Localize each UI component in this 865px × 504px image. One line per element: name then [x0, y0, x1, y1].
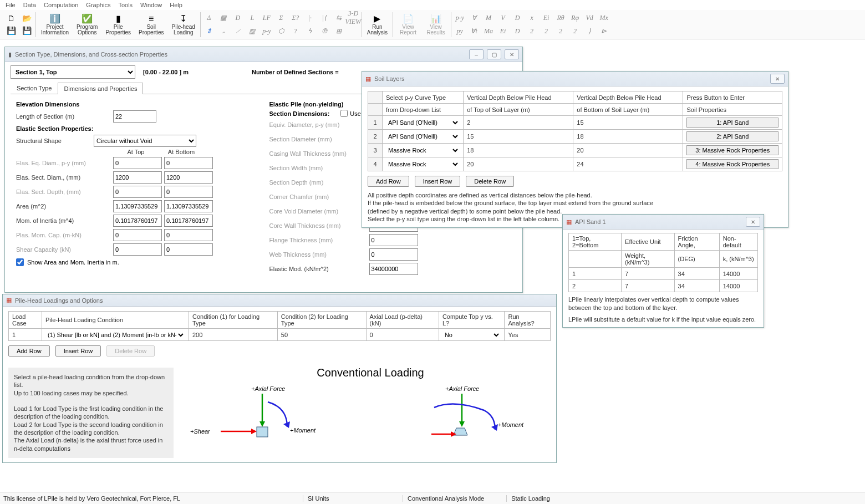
- phl-condition-select[interactable]: (1) Shear [lb or kN] and (2) Moment [in-…: [45, 331, 185, 339]
- view-results-button[interactable]: 📊 View Results: [422, 11, 450, 38]
- tb-r1-9[interactable]: Vd: [582, 11, 597, 24]
- soil-top-1[interactable]: 15: [464, 130, 573, 144]
- api-row-0[interactable]: 17 3414000: [569, 268, 758, 280]
- toolbar-big-1[interactable]: ✅ ProgramOptions: [73, 11, 101, 38]
- soil-insert-row-button[interactable]: Insert Row: [415, 176, 461, 187]
- soil-row-1[interactable]: 2 API Sand (O'Neill) 15 18 2: API Sand: [368, 130, 782, 144]
- tb-r1-6[interactable]: Ei: [539, 11, 553, 24]
- maximize-button[interactable]: ▢: [487, 49, 501, 59]
- phl-insert-row-button[interactable]: Insert Row: [55, 345, 101, 357]
- left-row-4-bot[interactable]: [164, 215, 213, 227]
- tab-section-type[interactable]: Section Type: [11, 82, 58, 94]
- right-row-9-value[interactable]: [369, 248, 418, 261]
- close-button[interactable]: ✕: [746, 217, 760, 227]
- phl-cell-run[interactable]: Yes: [505, 329, 551, 341]
- tb-r2-6[interactable]: 2: [539, 24, 553, 38]
- graph-icon-5[interactable]: ⬡: [274, 24, 288, 38]
- tb-r2-5[interactable]: 2: [525, 24, 539, 38]
- graph-icon-8[interactable]: ℗: [317, 24, 332, 38]
- soil-props-btn-2[interactable]: 3: Massive Rock Properties: [686, 145, 778, 155]
- graph-icon-7[interactable]: ϟ: [303, 24, 317, 38]
- tb-mid-8[interactable]: |⟨: [317, 11, 332, 24]
- left-row-0-top[interactable]: [113, 157, 162, 169]
- tb-mid-1[interactable]: ▦: [216, 11, 231, 24]
- phl-add-row-button[interactable]: Add Row: [8, 345, 50, 357]
- soil-props-btn-0[interactable]: 1: API Sand: [686, 118, 778, 128]
- left-row-2-top[interactable]: [113, 186, 162, 198]
- tb-r2-3[interactable]: Ei: [496, 24, 510, 38]
- tb-r1-8[interactable]: Rφ: [568, 11, 582, 24]
- tb-mid-9[interactable]: ⇆: [332, 11, 346, 24]
- soil-bot-1[interactable]: 18: [573, 130, 683, 144]
- graph-icon-4[interactable]: p-y: [260, 24, 274, 38]
- new-file-icon[interactable]: 🗋: [6, 13, 17, 24]
- phl-cell-n[interactable]: 1: [9, 329, 42, 341]
- menu-file[interactable]: File: [6, 2, 16, 8]
- minimize-button[interactable]: –: [469, 49, 484, 59]
- soil-type-select-3[interactable]: Massive Rock: [386, 160, 460, 168]
- tb-r2-4[interactable]: D: [510, 24, 525, 38]
- menu-graphics[interactable]: Graphics: [86, 2, 110, 8]
- tb-mid-0[interactable]: Δ: [202, 11, 216, 24]
- tb-r1-4[interactable]: D: [510, 11, 525, 24]
- tb-r2-1[interactable]: ∀t: [467, 24, 481, 38]
- graph-icon-3[interactable]: ▥: [245, 24, 260, 38]
- soil-add-row-button[interactable]: Add Row: [368, 176, 409, 187]
- phl-cell-c2[interactable]: 50: [277, 329, 366, 341]
- right-row-10-value[interactable]: [369, 263, 418, 275]
- left-row-4-top[interactable]: [113, 215, 162, 227]
- tb-r2-7[interactable]: 2: [553, 24, 568, 38]
- menu-data[interactable]: Data: [23, 2, 36, 8]
- left-row-5-bot[interactable]: [164, 229, 213, 241]
- graph-icon-6[interactable]: ?: [288, 24, 303, 38]
- phl-topy-select[interactable]: No: [442, 331, 501, 339]
- menu-window[interactable]: Window: [140, 2, 162, 8]
- view-report-button[interactable]: 📄 View Report: [394, 11, 422, 38]
- left-row-1-bot[interactable]: [164, 171, 213, 184]
- soil-type-select-2[interactable]: Massive Rock: [386, 146, 460, 154]
- graph-icon-1[interactable]: ⦧: [216, 24, 231, 38]
- left-row-2-bot[interactable]: [164, 186, 213, 198]
- phl-cell-axial[interactable]: 0: [366, 329, 439, 341]
- soil-row-2[interactable]: 3 Massive Rock 18 20 3: Massive Rock Pro…: [368, 144, 782, 157]
- structural-shape-select[interactable]: Circular without Void: [94, 135, 196, 147]
- left-row-3-bot[interactable]: [164, 200, 213, 212]
- tb-mid-7[interactable]: |·: [303, 11, 317, 24]
- tb-mid-2[interactable]: D: [231, 11, 245, 24]
- toolbar-big-0[interactable]: ℹ️ ProjectInformation: [37, 11, 73, 38]
- phl-delete-row-button[interactable]: Delete Row: [106, 345, 155, 357]
- graph-icon-9[interactable]: ⊞: [332, 24, 346, 38]
- soil-row-3[interactable]: 4 Massive Rock 20 24 4: Massive Rock Pro…: [368, 157, 782, 171]
- open-file-icon[interactable]: 📂: [21, 13, 32, 24]
- soil-type-select-0[interactable]: API Sand (O'Neill): [386, 119, 460, 126]
- soil-top-3[interactable]: 20: [464, 157, 573, 171]
- graph-icon-2[interactable]: ⟋: [231, 24, 245, 38]
- phl-row[interactable]: 1 (1) Shear [lb or kN] and (2) Moment [i…: [9, 329, 551, 341]
- right-row-8-value[interactable]: [369, 234, 418, 246]
- soil-type-select-1[interactable]: API Sand (O'Neill): [386, 133, 460, 140]
- menu-tools[interactable]: Tools: [118, 2, 133, 8]
- save-as-icon[interactable]: 💾: [21, 25, 32, 36]
- tb-r2-9[interactable]: ⟩: [582, 24, 597, 38]
- length-input[interactable]: [113, 110, 156, 123]
- left-row-3-top[interactable]: [113, 200, 162, 212]
- tb-mid-5[interactable]: Σ: [274, 11, 288, 24]
- section-select[interactable]: Section 1, Top: [11, 65, 135, 79]
- soil-props-btn-3[interactable]: 4: Massive Rock Properties: [686, 159, 778, 169]
- tb-r1-7[interactable]: Rθ: [553, 11, 568, 24]
- left-row-5-top[interactable]: [113, 229, 162, 241]
- tb-r1-1[interactable]: ∀: [467, 11, 481, 24]
- menu-computation[interactable]: Computation: [44, 2, 78, 8]
- tb-r1-10[interactable]: Mx: [597, 11, 611, 24]
- tb-r2-8[interactable]: 2: [568, 24, 582, 38]
- tb-mid-10[interactable]: 3-D VIEW: [346, 11, 360, 24]
- tb-mid-3[interactable]: L: [245, 11, 260, 24]
- tab-dimensions-properties[interactable]: Dimensions and Properties: [58, 83, 143, 94]
- tb-r2-0[interactable]: py: [452, 24, 467, 38]
- toggle-icon[interactable]: ⇕: [202, 24, 216, 38]
- phl-cell-c1[interactable]: 200: [189, 329, 278, 341]
- soil-top-0[interactable]: 2: [464, 116, 573, 130]
- left-row-1-top[interactable]: [113, 171, 162, 184]
- tb-r1-0[interactable]: p-y: [452, 11, 467, 24]
- close-button[interactable]: ✕: [505, 49, 519, 59]
